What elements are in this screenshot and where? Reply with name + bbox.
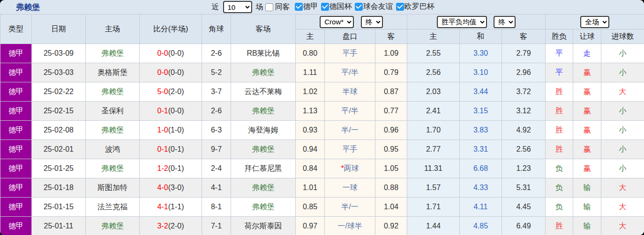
- away-team[interactable]: 弗赖堡: [231, 198, 296, 217]
- corner-count: 9-7: [202, 140, 231, 159]
- handicap-odds-home: 0.94: [296, 140, 325, 159]
- col-header-odds-home: 主: [296, 29, 325, 44]
- home-team[interactable]: 波鸿: [86, 140, 140, 159]
- home-team[interactable]: 奥格斯堡: [86, 63, 140, 82]
- avg-draw-odds: 4.85: [460, 217, 502, 235]
- avg-home-odds: 1.44: [407, 217, 460, 235]
- same-away-checkbox[interactable]: [265, 3, 273, 11]
- handicap-result: 赢: [573, 121, 601, 140]
- table-row: 德甲 25-02-15 圣保利 0-1(0-0) 2-6 弗赖堡 1.13 平/…: [0, 102, 644, 121]
- league-type-badge: 德甲: [0, 140, 32, 159]
- corner-count: 5-2: [202, 63, 231, 82]
- col-header-type: 类型: [0, 15, 32, 44]
- win-loss-result: 负: [546, 178, 573, 198]
- avg-draw-odds: 3.15: [460, 102, 502, 121]
- win-loss-result: 平: [546, 63, 573, 82]
- avg-draw-odds: 3.83: [460, 121, 502, 140]
- match-date: 25-01-18: [32, 178, 86, 198]
- col-header-goals: 进球数: [601, 29, 644, 44]
- bookmaker-select[interactable]: Crow*: [320, 16, 354, 28]
- handicap-odds-home: 1.01: [296, 178, 325, 198]
- home-team[interactable]: 弗赖堡: [86, 82, 140, 102]
- home-team[interactable]: 法兰克福: [86, 198, 140, 217]
- match-date: 25-01-25: [32, 159, 86, 178]
- recent-games-select[interactable]: 10: [223, 1, 252, 13]
- away-team[interactable]: 弗赖堡: [231, 63, 296, 82]
- league-label: 德甲: [303, 2, 318, 12]
- league-type-badge: 德甲: [0, 159, 32, 178]
- league-checkbox[interactable]: [396, 3, 404, 11]
- handicap-line: 半/一: [325, 198, 375, 217]
- handicap-odds-home: 0.93: [296, 121, 325, 140]
- away-team[interactable]: 弗赖堡: [231, 102, 296, 121]
- league-type-badge: 德甲: [0, 82, 32, 102]
- handicap-line: 半球: [325, 82, 375, 102]
- handicap-result: 赢: [573, 102, 601, 121]
- table-row: 德甲 25-02-08 弗赖堡 1-0(1-0) 6-3 海登海姆 0.93 半…: [0, 121, 644, 140]
- table-row: 德甲 25-03-03 奥格斯堡 0-0(0-0) 5-2 弗赖堡 1.11 平…: [0, 63, 644, 82]
- home-team[interactable]: 弗赖堡: [86, 44, 140, 63]
- goals-result: 小: [601, 63, 644, 82]
- away-team[interactable]: 拜仁慕尼黑: [231, 159, 296, 178]
- away-team[interactable]: 荷尔斯泰因: [231, 217, 296, 235]
- corner-count: 4-1: [202, 178, 231, 198]
- handicap-odds-home: 0.97: [296, 217, 325, 235]
- home-team[interactable]: 圣保利: [86, 102, 140, 121]
- league-type-badge: 德甲: [0, 217, 32, 235]
- handicap-odds-home: 0.84: [296, 159, 325, 178]
- handicap-odds-away: 0.92: [375, 217, 407, 235]
- league-label: 德国杯: [329, 2, 352, 12]
- avg-home-odds: 2.03: [407, 82, 460, 102]
- goals-result: 小: [601, 159, 644, 178]
- table-header: 类型 日期 主场 比分(半场) 角球 客场 Crow* 终 胜平负均值 终 全场: [0, 15, 644, 44]
- near-label: 近: [212, 2, 219, 12]
- avg-type-select[interactable]: 胜平负均值: [437, 16, 487, 28]
- away-team[interactable]: 海登海姆: [231, 121, 296, 140]
- avg-time-select[interactable]: 终: [494, 16, 516, 28]
- corner-count: 2-6: [202, 44, 231, 63]
- table-row: 德甲 25-01-11 弗赖堡 3-2(2-0) 7-1 荷尔斯泰因 0.97 …: [0, 217, 644, 235]
- handicap-odds-home: 0.80: [296, 44, 325, 63]
- avg-away-odds: 5.31: [502, 178, 546, 198]
- match-table-body: 德甲 25-03-09 弗赖堡 0-0(0-0) 2-6 RB莱比锡 0.80 …: [0, 44, 644, 235]
- handicap-result: 赢: [573, 82, 601, 102]
- league-type-badge: 德甲: [0, 198, 32, 217]
- corner-count: 2-6: [202, 102, 231, 121]
- odds-time-select[interactable]: 终: [361, 16, 383, 28]
- avg-away-odds: 4.45: [502, 198, 546, 217]
- col-header-winloss: 胜负: [546, 29, 573, 44]
- league-checkbox[interactable]: [321, 3, 329, 11]
- same-away-label: 同客: [275, 2, 290, 12]
- table-row: 德甲 25-02-22 弗赖堡 5-0(2-0) 3-7 云达不莱梅 1.02 …: [0, 82, 644, 102]
- handicap-line: *两球: [325, 159, 375, 178]
- handicap-odds-away: 0.95: [375, 140, 407, 159]
- goals-result: 小: [601, 44, 644, 63]
- scope-select[interactable]: 全场: [580, 16, 609, 28]
- home-team[interactable]: 弗赖堡: [86, 121, 140, 140]
- page-title: 弗赖堡: [16, 0, 40, 14]
- away-team[interactable]: 云达不莱梅: [231, 82, 296, 102]
- corner-count: 3-7: [202, 82, 231, 102]
- match-date: 25-02-01: [32, 140, 86, 159]
- avg-away-odds: 2.56: [502, 140, 546, 159]
- away-team[interactable]: 弗赖堡: [231, 140, 296, 159]
- handicap-line: 平手: [325, 140, 375, 159]
- avg-draw-odds: 3.30: [460, 44, 502, 63]
- league-checkbox[interactable]: [295, 3, 303, 11]
- topbar: 弗赖堡 近 10 场 同客 德甲德国杯球会友谊欧罗巴杯: [0, 0, 644, 14]
- corner-count: 7-1: [202, 217, 231, 235]
- handicap-odds-away: 1.04: [375, 198, 407, 217]
- goals-result: 小: [601, 102, 644, 121]
- match-date: 25-01-15: [32, 198, 86, 217]
- col-header-corner: 角球: [202, 15, 231, 44]
- score-cell: 4-0(3-0): [140, 178, 202, 198]
- away-team[interactable]: 弗赖堡: [231, 178, 296, 198]
- away-team[interactable]: RB莱比锡: [231, 44, 296, 63]
- league-checkbox[interactable]: [355, 3, 363, 11]
- goals-result: 小: [601, 140, 644, 159]
- league-type-badge: 德甲: [0, 102, 32, 121]
- home-team[interactable]: 弗赖堡: [86, 159, 140, 178]
- handicap-odds-away: 0.96: [375, 121, 407, 140]
- home-team[interactable]: 斯图加特: [86, 178, 140, 198]
- home-team[interactable]: 弗赖堡: [86, 217, 140, 235]
